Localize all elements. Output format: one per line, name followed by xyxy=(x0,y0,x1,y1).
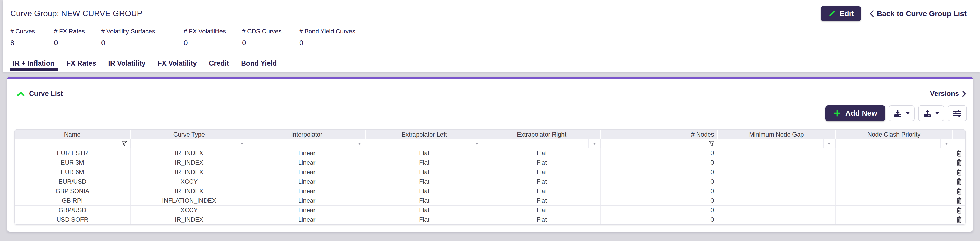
cell-interpolator: Linear xyxy=(248,148,366,158)
cell-curve_type: IR_INDEX xyxy=(130,215,248,224)
caret-down-icon[interactable] xyxy=(353,139,366,148)
delete-row-button[interactable] xyxy=(953,167,966,177)
cell-extrapolator_right: Flat xyxy=(483,158,600,167)
cell-extrapolator_right: Flat xyxy=(483,196,600,205)
table-row: EUR 3MIR_INDEXLinearFlatFlat0 xyxy=(14,158,966,167)
column-header-curve_type[interactable]: Curve Type xyxy=(130,129,248,139)
stat-label: # CDS Curves xyxy=(242,28,299,35)
import-button[interactable] xyxy=(918,105,944,121)
filter-input-curve_type[interactable] xyxy=(130,139,236,148)
cell-extrapolator_right: Flat xyxy=(483,215,600,224)
cell-curve_type: IR_INDEX xyxy=(130,167,248,177)
caret-down-icon xyxy=(935,112,939,115)
add-new-button[interactable]: Add New xyxy=(825,105,885,121)
upload-icon xyxy=(923,109,932,118)
cell-node_clash_priority xyxy=(835,215,953,224)
cell-minimum_node_gap xyxy=(718,205,835,215)
caret-down-icon[interactable] xyxy=(236,139,248,148)
stat-volatility-surfaces: # Volatility Surfaces 0 xyxy=(101,28,184,47)
trash-icon xyxy=(956,216,963,223)
curve-list-panel: Curve List Versions Add New xyxy=(7,77,973,232)
table-settings-button[interactable] xyxy=(948,105,967,121)
edit-button[interactable]: Edit xyxy=(821,6,861,21)
cell-nodes: 0 xyxy=(600,148,718,158)
curve-list-section-toggle[interactable]: Curve List xyxy=(17,90,63,98)
cell-extrapolator_right: Flat xyxy=(483,177,600,186)
back-to-curve-group-list-link[interactable]: Back to Curve Group List xyxy=(870,10,967,18)
filter-input-minimum_node_gap[interactable] xyxy=(718,139,823,148)
cell-node_clash_priority xyxy=(835,167,953,177)
cell-interpolator: Linear xyxy=(248,177,366,186)
edit-button-label: Edit xyxy=(840,10,854,18)
versions-link[interactable]: Versions xyxy=(930,90,966,98)
tab-ir-volatility[interactable]: IR Volatility xyxy=(108,59,145,72)
cell-nodes: 0 xyxy=(600,205,718,215)
tab-fx-volatility[interactable]: FX Volatility xyxy=(158,59,197,72)
filter-input-node_clash_priority[interactable] xyxy=(835,139,940,148)
filter-input-extrapolator_left[interactable] xyxy=(366,139,471,148)
cell-minimum_node_gap xyxy=(718,196,835,205)
delete-row-button[interactable] xyxy=(953,158,966,167)
filter-input-extrapolator_right[interactable] xyxy=(483,139,589,148)
delete-row-button[interactable] xyxy=(953,148,966,158)
caret-down-icon[interactable] xyxy=(823,139,835,148)
funnel-filter-icon[interactable] xyxy=(118,139,130,148)
tab-bond-yield[interactable]: Bond Yield xyxy=(241,59,277,72)
filter-cell-actions xyxy=(953,139,966,148)
trash-icon xyxy=(956,150,963,157)
funnel-filter-icon[interactable] xyxy=(706,139,718,148)
tab-fx-rates[interactable]: FX Rates xyxy=(67,59,96,72)
cell-node_clash_priority xyxy=(835,158,953,167)
filter-input-name[interactable] xyxy=(14,139,118,148)
trash-icon xyxy=(956,197,963,204)
stat-bond-yield-curves: # Bond Yield Curves 0 xyxy=(299,28,355,47)
stat-value: 8 xyxy=(10,39,54,47)
delete-row-button[interactable] xyxy=(953,186,966,196)
cell-curve_type: IR_INDEX xyxy=(130,158,248,167)
filter-input-nodes[interactable] xyxy=(601,139,706,148)
caret-down-icon xyxy=(905,112,910,115)
column-header-name[interactable]: Name xyxy=(14,129,130,139)
cell-name: GBP SONIA xyxy=(14,186,130,196)
column-header-extrapolator_right[interactable]: Extrapolator Right xyxy=(483,129,600,139)
delete-row-button[interactable] xyxy=(953,177,966,186)
cell-interpolator: Linear xyxy=(248,186,366,196)
caret-down-icon[interactable] xyxy=(589,139,600,148)
cell-node_clash_priority xyxy=(835,205,953,215)
header-actions: Edit Back to Curve Group List xyxy=(821,6,967,21)
tab-ir-inflation[interactable]: IR + Inflation xyxy=(13,59,54,72)
caret-down-icon[interactable] xyxy=(940,139,953,148)
delete-row-button[interactable] xyxy=(953,196,966,205)
stat-value: 0 xyxy=(299,39,355,47)
table-toolbar: Add New xyxy=(7,105,973,121)
delete-row-button[interactable] xyxy=(953,205,966,215)
delete-row-button[interactable] xyxy=(953,215,966,224)
cell-extrapolator_right: Flat xyxy=(483,186,600,196)
stat-fx-volatilities: # FX Volatilities 0 xyxy=(184,28,242,47)
cell-node_clash_priority xyxy=(835,148,953,158)
caret-down-icon[interactable] xyxy=(471,139,483,148)
tab-bar: IR + Inflation FX Rates IR Volatility FX… xyxy=(3,59,289,72)
export-button[interactable] xyxy=(889,105,915,121)
column-header-extrapolator_left[interactable]: Extrapolator Left xyxy=(366,129,483,139)
tab-credit[interactable]: Credit xyxy=(209,59,229,72)
table-row: GBP SONIAIR_INDEXLinearFlatFlat0 xyxy=(14,186,966,196)
table-row: GB RPIINFLATION_INDEXLinearFlatFlat0 xyxy=(14,196,966,205)
cell-extrapolator_left: Flat xyxy=(366,148,483,158)
table-row: EUR/USDXCCYLinearFlatFlat0 xyxy=(14,177,966,186)
filter-input-interpolator[interactable] xyxy=(248,139,353,148)
column-header-node_clash_priority[interactable]: Node Clash Priority xyxy=(835,129,953,139)
cell-curve_type: IR_INDEX xyxy=(130,186,248,196)
table-row: EUR ESTRIR_INDEXLinearFlatFlat0 xyxy=(14,148,966,158)
column-header-nodes[interactable]: # Nodes xyxy=(600,129,718,139)
cell-extrapolator_left: Flat xyxy=(366,167,483,177)
column-header-actions xyxy=(953,129,966,139)
column-header-minimum_node_gap[interactable]: Minimum Node Gap xyxy=(718,129,835,139)
stat-value: 0 xyxy=(101,39,184,47)
plus-icon xyxy=(833,109,841,117)
cell-interpolator: Linear xyxy=(248,167,366,177)
chevron-left-icon xyxy=(870,10,874,17)
cell-node_clash_priority xyxy=(835,177,953,186)
column-header-interpolator[interactable]: Interpolator xyxy=(248,129,366,139)
trash-icon xyxy=(956,168,963,176)
